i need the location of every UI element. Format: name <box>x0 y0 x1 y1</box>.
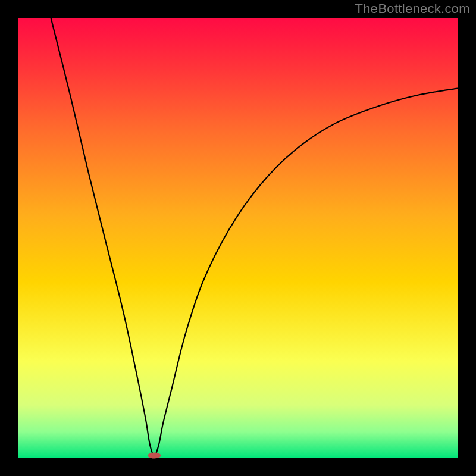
chart-frame: TheBottleneck.com <box>0 0 476 476</box>
chart-svg <box>0 0 476 476</box>
min-marker <box>148 453 161 459</box>
plot-area <box>18 18 458 458</box>
